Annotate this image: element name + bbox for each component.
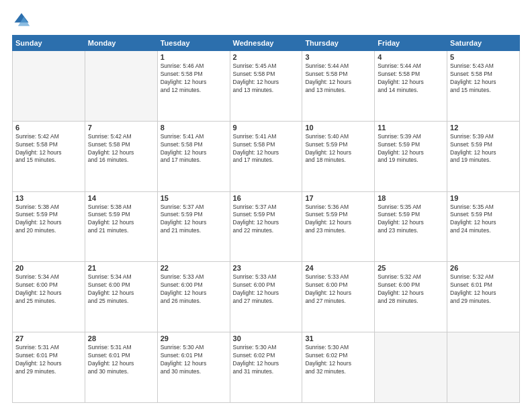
day-number: 17 bbox=[305, 194, 371, 202]
calendar-cell: 6Sunrise: 5:42 AM Sunset: 5:58 PM Daylig… bbox=[13, 121, 85, 191]
page: SundayMondayTuesdayWednesdayThursdayFrid… bbox=[0, 0, 532, 411]
calendar-cell: 12Sunrise: 5:39 AM Sunset: 5:59 PM Dayli… bbox=[447, 121, 520, 191]
weekday-header-friday: Friday bbox=[375, 36, 447, 51]
calendar-cell: 17Sunrise: 5:36 AM Sunset: 5:59 PM Dayli… bbox=[302, 191, 375, 262]
logo-icon bbox=[12, 11, 31, 30]
calendar-cell: 2Sunrise: 5:45 AM Sunset: 5:58 PM Daylig… bbox=[230, 51, 302, 122]
day-detail: Sunrise: 5:41 AM Sunset: 5:58 PM Dayligh… bbox=[233, 133, 300, 165]
day-detail: Sunrise: 5:41 AM Sunset: 5:58 PM Dayligh… bbox=[161, 133, 227, 165]
day-detail: Sunrise: 5:39 AM Sunset: 5:59 PM Dayligh… bbox=[378, 133, 444, 165]
day-detail: Sunrise: 5:31 AM Sunset: 6:01 PM Dayligh… bbox=[15, 344, 82, 376]
day-detail: Sunrise: 5:30 AM Sunset: 6:02 PM Dayligh… bbox=[305, 344, 371, 376]
day-number: 25 bbox=[378, 264, 444, 272]
calendar-cell: 15Sunrise: 5:37 AM Sunset: 5:59 PM Dayli… bbox=[157, 191, 230, 262]
day-detail: Sunrise: 5:37 AM Sunset: 5:59 PM Dayligh… bbox=[233, 203, 300, 236]
day-number: 6 bbox=[15, 124, 82, 132]
weekday-header-row: SundayMondayTuesdayWednesdayThursdayFrid… bbox=[13, 36, 520, 51]
calendar-cell: 27Sunrise: 5:31 AM Sunset: 6:01 PM Dayli… bbox=[13, 332, 85, 403]
calendar-cell: 28Sunrise: 5:31 AM Sunset: 6:01 PM Dayli… bbox=[85, 332, 157, 403]
calendar-cell: 30Sunrise: 5:30 AM Sunset: 6:02 PM Dayli… bbox=[230, 332, 302, 403]
day-number: 26 bbox=[450, 264, 517, 272]
day-number: 18 bbox=[378, 194, 444, 202]
week-row-1: 1Sunrise: 5:46 AM Sunset: 5:58 PM Daylig… bbox=[13, 51, 520, 122]
day-number: 11 bbox=[378, 124, 444, 132]
calendar-cell: 10Sunrise: 5:40 AM Sunset: 5:59 PM Dayli… bbox=[302, 121, 375, 191]
day-number: 4 bbox=[378, 53, 444, 61]
day-number: 27 bbox=[15, 334, 82, 342]
weekday-header-saturday: Saturday bbox=[447, 36, 520, 51]
day-detail: Sunrise: 5:38 AM Sunset: 5:59 PM Dayligh… bbox=[15, 203, 82, 236]
day-detail: Sunrise: 5:38 AM Sunset: 5:59 PM Dayligh… bbox=[88, 203, 154, 236]
calendar-cell bbox=[85, 51, 157, 122]
week-row-4: 20Sunrise: 5:34 AM Sunset: 6:00 PM Dayli… bbox=[13, 262, 520, 332]
calendar-cell bbox=[447, 332, 520, 403]
day-number: 22 bbox=[161, 264, 227, 272]
calendar-cell: 16Sunrise: 5:37 AM Sunset: 5:59 PM Dayli… bbox=[230, 191, 302, 262]
calendar-cell: 21Sunrise: 5:34 AM Sunset: 6:00 PM Dayli… bbox=[85, 262, 157, 332]
calendar-cell: 5Sunrise: 5:43 AM Sunset: 5:58 PM Daylig… bbox=[447, 51, 520, 122]
calendar-cell: 24Sunrise: 5:33 AM Sunset: 6:00 PM Dayli… bbox=[302, 262, 375, 332]
day-detail: Sunrise: 5:34 AM Sunset: 6:00 PM Dayligh… bbox=[88, 273, 154, 306]
calendar-cell bbox=[13, 51, 85, 122]
calendar-cell: 20Sunrise: 5:34 AM Sunset: 6:00 PM Dayli… bbox=[13, 262, 85, 332]
calendar-cell: 1Sunrise: 5:46 AM Sunset: 5:58 PM Daylig… bbox=[157, 51, 230, 122]
calendar-cell: 11Sunrise: 5:39 AM Sunset: 5:59 PM Dayli… bbox=[375, 121, 447, 191]
day-number: 14 bbox=[88, 194, 154, 202]
day-number: 19 bbox=[450, 194, 517, 202]
day-detail: Sunrise: 5:33 AM Sunset: 6:00 PM Dayligh… bbox=[305, 273, 371, 306]
day-detail: Sunrise: 5:33 AM Sunset: 6:00 PM Dayligh… bbox=[161, 273, 227, 306]
day-detail: Sunrise: 5:33 AM Sunset: 6:00 PM Dayligh… bbox=[233, 273, 300, 306]
day-detail: Sunrise: 5:46 AM Sunset: 5:58 PM Dayligh… bbox=[161, 62, 227, 95]
day-detail: Sunrise: 5:32 AM Sunset: 6:00 PM Dayligh… bbox=[378, 273, 444, 306]
day-number: 28 bbox=[88, 334, 154, 342]
calendar-cell: 3Sunrise: 5:44 AM Sunset: 5:58 PM Daylig… bbox=[302, 51, 375, 122]
calendar-cell: 19Sunrise: 5:35 AM Sunset: 5:59 PM Dayli… bbox=[447, 191, 520, 262]
day-detail: Sunrise: 5:39 AM Sunset: 5:59 PM Dayligh… bbox=[450, 133, 517, 165]
week-row-3: 13Sunrise: 5:38 AM Sunset: 5:59 PM Dayli… bbox=[13, 191, 520, 262]
day-detail: Sunrise: 5:35 AM Sunset: 5:59 PM Dayligh… bbox=[450, 203, 517, 236]
weekday-header-sunday: Sunday bbox=[13, 36, 85, 51]
weekday-header-tuesday: Tuesday bbox=[157, 36, 230, 51]
calendar-table: SundayMondayTuesdayWednesdayThursdayFrid… bbox=[12, 35, 520, 403]
header bbox=[12, 11, 520, 30]
day-number: 2 bbox=[233, 53, 300, 61]
day-number: 29 bbox=[161, 334, 227, 342]
day-number: 9 bbox=[233, 124, 300, 132]
weekday-header-wednesday: Wednesday bbox=[230, 36, 302, 51]
weekday-header-thursday: Thursday bbox=[302, 36, 375, 51]
calendar-cell: 23Sunrise: 5:33 AM Sunset: 6:00 PM Dayli… bbox=[230, 262, 302, 332]
calendar-cell: 13Sunrise: 5:38 AM Sunset: 5:59 PM Dayli… bbox=[13, 191, 85, 262]
day-detail: Sunrise: 5:37 AM Sunset: 5:59 PM Dayligh… bbox=[161, 203, 227, 236]
calendar-cell: 22Sunrise: 5:33 AM Sunset: 6:00 PM Dayli… bbox=[157, 262, 230, 332]
day-number: 8 bbox=[161, 124, 227, 132]
day-detail: Sunrise: 5:30 AM Sunset: 6:02 PM Dayligh… bbox=[233, 344, 300, 376]
calendar-cell: 14Sunrise: 5:38 AM Sunset: 5:59 PM Dayli… bbox=[85, 191, 157, 262]
day-number: 12 bbox=[450, 124, 517, 132]
day-detail: Sunrise: 5:36 AM Sunset: 5:59 PM Dayligh… bbox=[305, 203, 371, 236]
day-number: 21 bbox=[88, 264, 154, 272]
day-number: 10 bbox=[305, 124, 371, 132]
day-number: 13 bbox=[15, 194, 82, 202]
day-number: 20 bbox=[15, 264, 82, 272]
day-detail: Sunrise: 5:44 AM Sunset: 5:58 PM Dayligh… bbox=[305, 62, 371, 95]
calendar-cell: 31Sunrise: 5:30 AM Sunset: 6:02 PM Dayli… bbox=[302, 332, 375, 403]
day-number: 24 bbox=[305, 264, 371, 272]
day-detail: Sunrise: 5:42 AM Sunset: 5:58 PM Dayligh… bbox=[88, 133, 154, 165]
calendar-cell: 8Sunrise: 5:41 AM Sunset: 5:58 PM Daylig… bbox=[157, 121, 230, 191]
day-detail: Sunrise: 5:34 AM Sunset: 6:00 PM Dayligh… bbox=[15, 273, 82, 306]
day-detail: Sunrise: 5:44 AM Sunset: 5:58 PM Dayligh… bbox=[378, 62, 444, 95]
calendar-cell bbox=[375, 332, 447, 403]
day-number: 7 bbox=[88, 124, 154, 132]
calendar-cell: 25Sunrise: 5:32 AM Sunset: 6:00 PM Dayli… bbox=[375, 262, 447, 332]
calendar-cell: 18Sunrise: 5:35 AM Sunset: 5:59 PM Dayli… bbox=[375, 191, 447, 262]
calendar-cell: 7Sunrise: 5:42 AM Sunset: 5:58 PM Daylig… bbox=[85, 121, 157, 191]
week-row-2: 6Sunrise: 5:42 AM Sunset: 5:58 PM Daylig… bbox=[13, 121, 520, 191]
calendar-cell: 4Sunrise: 5:44 AM Sunset: 5:58 PM Daylig… bbox=[375, 51, 447, 122]
calendar-cell: 9Sunrise: 5:41 AM Sunset: 5:58 PM Daylig… bbox=[230, 121, 302, 191]
day-detail: Sunrise: 5:42 AM Sunset: 5:58 PM Dayligh… bbox=[15, 133, 82, 165]
calendar-cell: 29Sunrise: 5:30 AM Sunset: 6:01 PM Dayli… bbox=[157, 332, 230, 403]
day-number: 30 bbox=[233, 334, 300, 342]
day-detail: Sunrise: 5:31 AM Sunset: 6:01 PM Dayligh… bbox=[88, 344, 154, 376]
day-number: 5 bbox=[450, 53, 517, 61]
day-number: 15 bbox=[161, 194, 227, 202]
